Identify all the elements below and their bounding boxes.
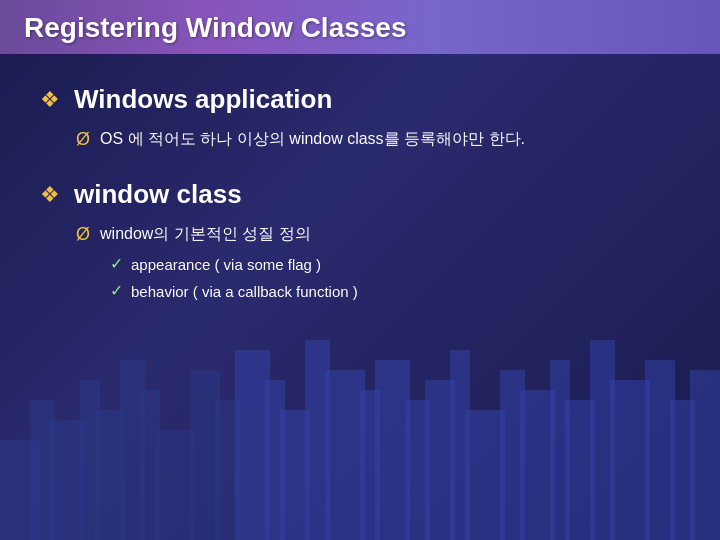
svg-rect-16 xyxy=(375,360,410,540)
checkmark-1: ✓ xyxy=(110,254,123,273)
main-content: ❖ Windows application Ø OS 에 적어도 하나 이상의 … xyxy=(0,54,720,355)
bullet-diamond-1: ❖ xyxy=(40,87,60,113)
section-body-2: Ø window의 기본적인 성질 정의 ✓ appearance ( via … xyxy=(40,222,680,307)
sub-sub-list: ✓ appearance ( via some flag ) ✓ behavio… xyxy=(100,254,358,303)
section-title-2: window class xyxy=(74,179,242,210)
svg-rect-2 xyxy=(50,420,85,540)
sub-item-2-1: Ø window의 기본적인 성질 정의 ✓ appearance ( via … xyxy=(76,222,680,307)
svg-rect-7 xyxy=(155,430,195,540)
sub-bullet-1-1: Ø xyxy=(76,129,90,150)
sub-sub-item-1: ✓ appearance ( via some flag ) xyxy=(110,254,358,277)
section-title-1: Windows application xyxy=(74,84,332,115)
sub-sub-item-2: ✓ behavior ( via a callback function ) xyxy=(110,281,358,304)
checkmark-2: ✓ xyxy=(110,281,123,300)
sub-text-1-1: OS 에 적어도 하나 이상의 window class를 등록해야만 한다. xyxy=(100,127,525,151)
sub-text-2-1: window의 기본적인 성질 정의 xyxy=(100,225,311,242)
svg-rect-22 xyxy=(520,390,555,540)
svg-rect-29 xyxy=(690,370,720,540)
section-windows-application: ❖ Windows application Ø OS 에 적어도 하나 이상의 … xyxy=(40,84,680,151)
page-title: Registering Window Classes xyxy=(24,12,407,44)
sub-item-1-1: Ø OS 에 적어도 하나 이상의 window class를 등록해야만 한다… xyxy=(76,127,680,151)
bullet-diamond-2: ❖ xyxy=(40,182,60,208)
sub-sub-text-1: appearance ( via some flag ) xyxy=(131,254,321,277)
section-body-1: Ø OS 에 적어도 하나 이상의 window class를 등록해야만 한다… xyxy=(40,127,680,151)
svg-rect-20 xyxy=(465,410,505,540)
section-header-2: ❖ window class xyxy=(40,179,680,210)
section-window-class: ❖ window class Ø window의 기본적인 성질 정의 ✓ ap… xyxy=(40,179,680,307)
sub-bullet-2-1: Ø xyxy=(76,224,90,245)
title-bar: Registering Window Classes xyxy=(0,0,720,54)
svg-rect-14 xyxy=(325,370,365,540)
sub-item-2-1-content: window의 기본적인 성질 정의 ✓ appearance ( via so… xyxy=(100,222,358,307)
svg-rect-26 xyxy=(610,380,650,540)
svg-rect-10 xyxy=(235,350,270,540)
sub-sub-text-2: behavior ( via a callback function ) xyxy=(131,281,358,304)
section-header-1: ❖ Windows application xyxy=(40,84,680,115)
